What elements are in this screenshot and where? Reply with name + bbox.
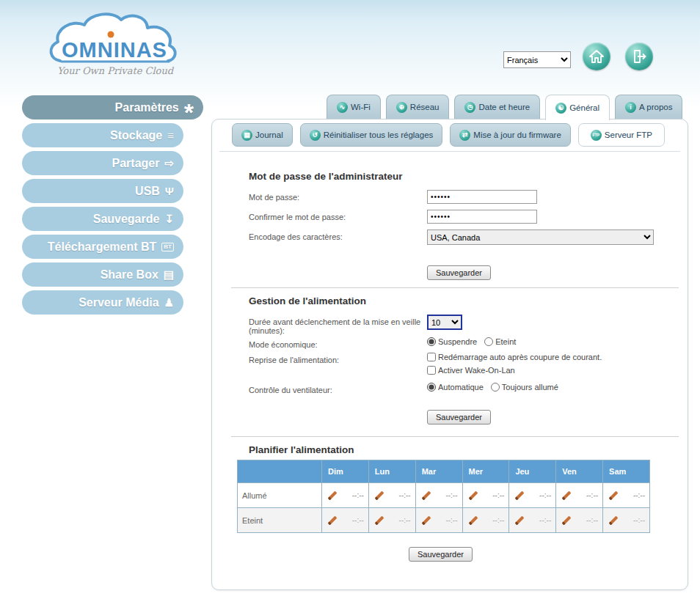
logo-tagline: Your Own Private Cloud xyxy=(57,65,175,76)
eco-mode-option[interactable]: Eteint xyxy=(484,337,516,346)
share-arrow-icon: ⇨ xyxy=(164,158,174,169)
save-schedule-button[interactable]: Sauvegarder xyxy=(409,547,473,562)
edit-pencil-icon[interactable] xyxy=(374,515,384,525)
fan-control-radio[interactable] xyxy=(427,383,436,392)
home-icon xyxy=(588,48,605,65)
sidebar-item-label: Share Box xyxy=(101,268,158,282)
logout-icon xyxy=(631,48,647,65)
tab-label: Mise à jour du firmware xyxy=(473,131,561,139)
fan-control-radio[interactable] xyxy=(491,383,500,392)
power-resume-option[interactable]: Activer Wake-On-Lan xyxy=(427,366,515,375)
edit-pencil-icon[interactable] xyxy=(515,490,525,500)
main-panel: ▤Journal↺Réinitialiser tous les réglages… xyxy=(211,119,688,590)
sidebar-item-sauvegarde[interactable]: Sauvegarde↧ xyxy=(22,207,183,231)
schedule-row-label: Allumé xyxy=(238,483,322,508)
edit-pencil-icon[interactable] xyxy=(468,490,478,500)
tab-label: Wi-Fi xyxy=(351,103,371,111)
firmware-icon: ⇄ xyxy=(459,130,470,141)
tab-journal[interactable]: ▤Journal xyxy=(232,123,293,147)
eco-mode-option[interactable]: Suspendre xyxy=(427,337,477,346)
edit-pencil-icon[interactable] xyxy=(421,490,431,500)
tab-serveur-ftp[interactable]: FTPServeur FTP xyxy=(578,123,665,147)
password-label: Mot de passe: xyxy=(249,190,427,202)
schedule-time-value: --:-- xyxy=(445,516,457,524)
media-server-icon: ♟ xyxy=(164,297,174,308)
sidebar-item-serveur-m-dia[interactable]: Serveur Média♟ xyxy=(22,290,183,315)
schedule-day-header: Mar xyxy=(415,460,462,483)
tab-g-n-ral[interactable]: ☯Général xyxy=(545,95,610,120)
tab-r-seau[interactable]: ⊕Réseau xyxy=(386,95,450,119)
section-title: Gestion de l'alimentation xyxy=(249,295,668,306)
sidebar-item-partager[interactable]: Partager⇨ xyxy=(22,151,183,175)
tab-label: A propos xyxy=(639,103,672,111)
schedule-time-value: --:-- xyxy=(399,491,411,499)
eco-mode-radio[interactable] xyxy=(427,337,436,346)
encoding-label: Encodage des caractères: xyxy=(249,229,427,241)
clock-icon: ◷ xyxy=(464,102,475,113)
section-title: Planifier l'alimentation xyxy=(249,444,668,455)
schedule-day-header: Ven xyxy=(556,460,603,483)
schedule-time-value: --:-- xyxy=(352,516,364,524)
power-resume-checkbox[interactable] xyxy=(427,353,436,361)
tools-icon: * xyxy=(184,106,194,119)
password-field[interactable] xyxy=(427,190,537,204)
sidebar-item-share-box[interactable]: Share Box▤ xyxy=(22,262,183,287)
sidebar-item-usb[interactable]: USBΨ xyxy=(22,179,183,203)
journal-icon: ▤ xyxy=(241,130,252,141)
edit-pencil-icon[interactable] xyxy=(609,515,619,525)
edit-pencil-icon[interactable] xyxy=(328,515,338,525)
sidebar-item-t-l-chargement-bt[interactable]: Téléchargement BTBT xyxy=(22,235,183,259)
sleep-delay-select[interactable]: 10 xyxy=(427,315,462,330)
tab-mise-jour-du-firmware[interactable]: ⇄Mise à jour du firmware xyxy=(450,123,571,147)
fan-control-option[interactable]: Automatique xyxy=(427,383,484,392)
encoding-select[interactable]: USA, Canada xyxy=(427,229,654,245)
edit-pencil-icon[interactable] xyxy=(328,490,338,500)
fan-control-options: AutomatiqueToujours allumé xyxy=(427,383,566,392)
eco-mode-label: Mode économique: xyxy=(249,337,427,349)
tab-label: Journal xyxy=(255,131,283,139)
confirm-password-field[interactable] xyxy=(427,210,537,224)
section-power-management: Gestion de l'alimentation Durée avant dé… xyxy=(249,295,668,425)
section-divider xyxy=(231,287,679,288)
home-button[interactable] xyxy=(583,43,610,70)
edit-pencil-icon[interactable] xyxy=(374,490,384,500)
network-icon: ⊕ xyxy=(396,102,407,113)
eco-mode-radio[interactable] xyxy=(484,337,493,346)
power-resume-option[interactable]: Redémarrage auto après coupure de couran… xyxy=(427,353,602,361)
save-power-button[interactable]: Sauvegarder xyxy=(427,410,491,425)
edit-pencil-icon[interactable] xyxy=(421,515,431,525)
tab-date-et-heure[interactable]: ◷Date et heure xyxy=(454,95,540,119)
general-icon: ☯ xyxy=(555,103,566,114)
tab-label: Date et heure xyxy=(478,103,530,111)
schedule-row: Allumé--:----:----:----:----:----:----:-… xyxy=(238,483,650,508)
schedule-day-header: Jeu xyxy=(509,460,556,483)
sidebar-item-param-tres[interactable]: Paramètres* xyxy=(22,95,203,120)
sidebar-item-label: Stockage xyxy=(110,129,162,142)
edit-pencil-icon[interactable] xyxy=(562,515,572,525)
language-select[interactable]: Français xyxy=(503,51,571,68)
tab-r-initialiser-tous-les-r-glages[interactable]: ↺Réinitialiser tous les réglages xyxy=(300,123,443,147)
edit-pencil-icon[interactable] xyxy=(562,490,572,500)
tabs-divider xyxy=(219,151,680,152)
tab-a-propos[interactable]: iA propos xyxy=(615,95,682,119)
edit-pencil-icon[interactable] xyxy=(468,515,478,525)
schedule-row: Eteint--:----:----:----:----:----:----:-… xyxy=(238,508,650,533)
sidebar: Paramètres*Stockage≡Partager⇨USBΨSauvega… xyxy=(22,95,205,318)
tab-label: Réseau xyxy=(410,103,440,111)
edit-pencil-icon[interactable] xyxy=(515,515,525,525)
tab-label: Réinitialiser tous les réglages xyxy=(324,131,434,139)
schedule-day-header: Dim xyxy=(322,460,369,483)
edit-pencil-icon[interactable] xyxy=(609,490,619,500)
about-icon: i xyxy=(625,102,636,113)
power-resume-checkbox[interactable] xyxy=(427,366,436,375)
disks-icon: ≡ xyxy=(167,130,174,141)
section-divider xyxy=(231,436,679,437)
confirm-password-label: Confirmer le mot de passe: xyxy=(249,210,427,221)
section-power-schedule: Planifier l'alimentation DimLunMarMerJeu… xyxy=(249,444,668,562)
fan-control-option[interactable]: Toujours allumé xyxy=(491,383,558,392)
logout-button[interactable] xyxy=(625,43,653,70)
save-password-button[interactable]: Sauvegarder xyxy=(427,265,491,280)
tab-wi-fi[interactable]: ∿Wi-Fi xyxy=(327,95,381,119)
schedule-time-value: --:-- xyxy=(633,516,645,524)
sidebar-item-stockage[interactable]: Stockage≡ xyxy=(22,123,183,147)
